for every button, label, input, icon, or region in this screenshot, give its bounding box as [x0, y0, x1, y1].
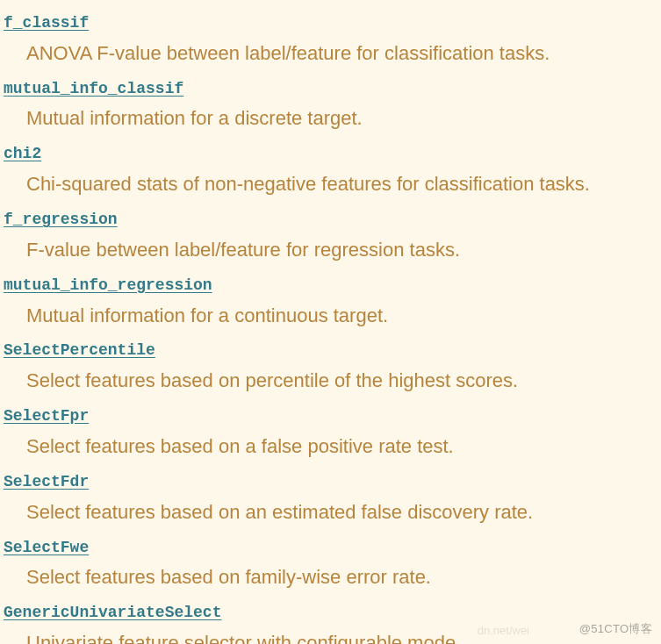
list-item: GenericUnivariateSelect Univariate featu… [4, 600, 657, 644]
term-link[interactable]: f_regression [4, 207, 657, 233]
term-link[interactable]: SelectFwe [4, 535, 657, 561]
term-description: Mutual information for a continuous targ… [4, 302, 657, 330]
list-item: chi2 Chi-squared stats of non-negative f… [4, 141, 657, 198]
list-item: mutual_info_regression Mutual informatio… [4, 273, 657, 330]
term-description: Select features based on a false positiv… [4, 433, 657, 461]
term-description: Select features based on an estimated fa… [4, 498, 657, 526]
term-link[interactable]: chi2 [4, 141, 657, 167]
term-description: ANOVA F-value between label/feature for … [4, 39, 657, 68]
list-item: SelectFwe Select features based on famil… [4, 535, 657, 592]
watermark: @51CTO博客 [579, 621, 652, 637]
term-description: Select features based on family-wise err… [4, 563, 657, 591]
term-link[interactable]: SelectFdr [4, 469, 657, 495]
term-description: Mutual information for a discrete target… [4, 104, 657, 132]
term-link[interactable]: mutual_info_regression [4, 273, 657, 298]
term-link[interactable]: SelectPercentile [4, 338, 657, 363]
list-item: SelectFpr Select features based on a fal… [4, 404, 657, 461]
term-description: Select features based on percentile of t… [4, 367, 657, 395]
list-item: SelectFdr Select features based on an es… [4, 469, 657, 526]
term-link[interactable]: f_classif [4, 11, 657, 36]
definition-list: f_classif ANOVA F-value between label/fe… [0, 0, 661, 644]
watermark-faint: dn.net/wei [478, 624, 529, 637]
list-item: f_classif ANOVA F-value between label/fe… [4, 11, 657, 68]
term-description: F-value between label/feature for regres… [4, 236, 657, 264]
list-item: SelectPercentile Select features based o… [4, 338, 657, 395]
term-link[interactable]: SelectFpr [4, 404, 657, 429]
list-item: mutual_info_classif Mutual information f… [4, 76, 657, 133]
term-description: Univariate feature selector with configu… [4, 629, 657, 644]
term-link[interactable]: mutual_info_classif [4, 76, 657, 102]
list-item: f_regression F-value between label/featu… [4, 207, 657, 264]
term-link[interactable]: GenericUnivariateSelect [4, 600, 657, 626]
term-description: Chi-squared stats of non-negative featur… [4, 170, 657, 198]
